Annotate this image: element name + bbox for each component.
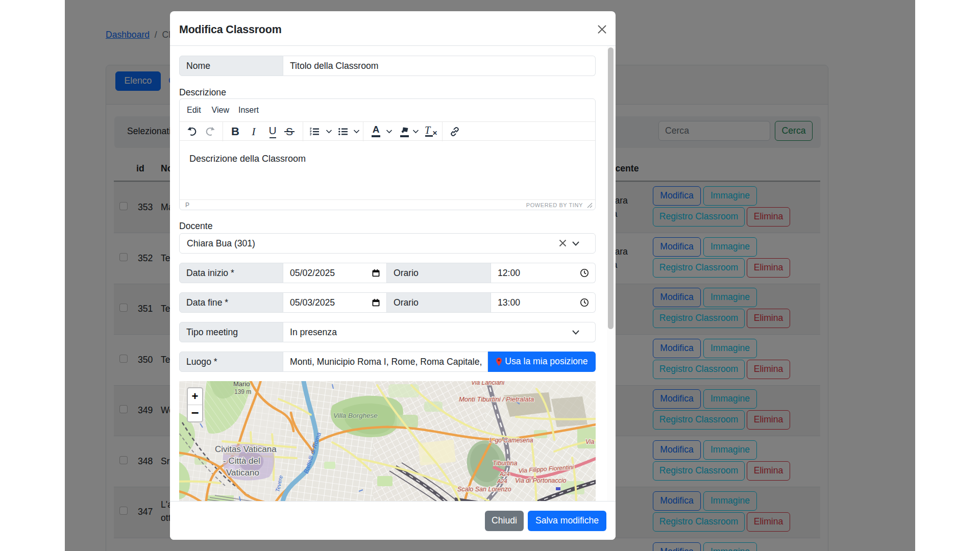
svg-text:Monti Tiburtini / Pietralata: Monti Tiburtini / Pietralata xyxy=(459,395,534,403)
svg-text:- Città del: - Città del xyxy=(223,456,260,466)
svg-text:Vaticano: Vaticano xyxy=(226,468,259,478)
svg-text:Tiburtina: Tiburtina xyxy=(493,460,518,467)
svg-text:Villa Borghese: Villa Borghese xyxy=(333,412,378,419)
svg-text:L-go Camesena: L-go Camesena xyxy=(489,437,533,444)
svg-text:A24: A24 xyxy=(497,478,507,484)
svg-text:139 m: 139 m xyxy=(234,388,251,395)
svg-text:Scalo San Lorenzo: Scalo San Lorenzo xyxy=(457,486,511,493)
svg-text:Via Lanciani: Via Lanciani xyxy=(471,381,504,386)
svg-text:Via Filip: Via Filip xyxy=(585,438,596,445)
svg-text:Via di Portonaccio: Via di Portonaccio xyxy=(515,477,567,484)
svg-text:Civitas Vaticana: Civitas Vaticana xyxy=(215,444,277,454)
svg-text:Mario: Mario xyxy=(233,381,250,388)
svg-text:A24: A24 xyxy=(499,471,510,477)
